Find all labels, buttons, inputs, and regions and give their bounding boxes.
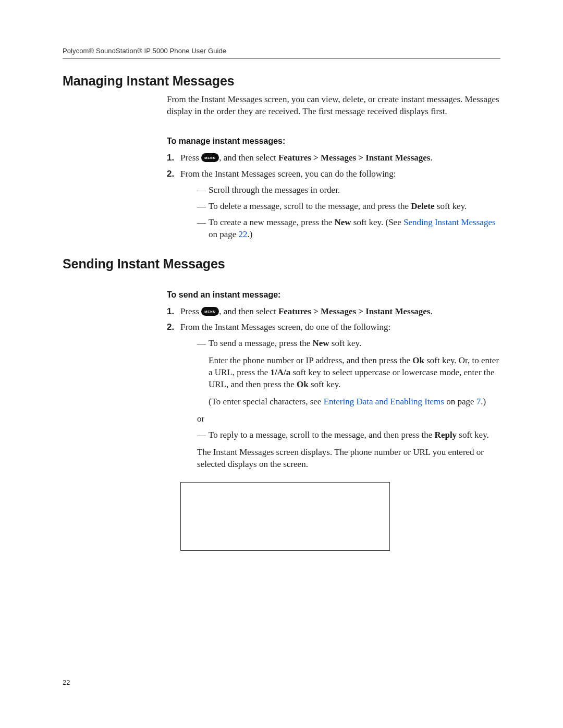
link-sending-instant-messages[interactable]: Sending Instant Messages <box>403 217 496 227</box>
step-2: From the Instant Messages screen, you ca… <box>167 168 500 241</box>
paragraph: The Instant Messages screen displays. Th… <box>180 447 500 471</box>
text: soft key. (See <box>351 217 403 227</box>
text: soft key. <box>329 338 362 348</box>
phone-screen-placeholder <box>180 482 390 551</box>
text: , and then select <box>219 153 278 163</box>
text: .) <box>481 397 486 406</box>
sub-bullets: To send a message, press the New soft ke… <box>180 338 500 408</box>
intro-paragraph: From the Instant Messages screen, you ca… <box>167 94 500 118</box>
section2-body: To send an instant message: Press MENU, … <box>167 290 500 551</box>
text: on page <box>209 229 239 239</box>
text: Press <box>180 306 201 316</box>
menu-key-icon: MENU <box>201 153 219 162</box>
sub-bullets: To reply to a message, scroll to the mes… <box>180 429 500 441</box>
softkey-new: New <box>312 338 329 348</box>
bullet: To delete a message, scroll to the messa… <box>197 201 500 213</box>
step-1: Press MENU, and then select Features > M… <box>167 152 500 164</box>
text: From the Instant Messages screen, you ca… <box>180 169 396 179</box>
section1-body: From the Instant Messages screen, you ca… <box>167 94 500 241</box>
text: soft key. <box>457 430 489 440</box>
steps-send: Press MENU, and then select Features > M… <box>167 306 500 551</box>
text: on page <box>444 397 476 406</box>
heading-sending-instant-messages: Sending Instant Messages <box>63 256 500 272</box>
text: To delete a message, scroll to the messa… <box>209 201 411 211</box>
nav-path: Features > Messages > Instant Messages <box>278 306 431 316</box>
steps-manage: Press MENU, and then select Features > M… <box>167 152 500 241</box>
softkey-1Aa: 1/A/a <box>271 367 291 377</box>
text: To reply to a message, scroll to the mes… <box>209 430 435 440</box>
menu-key-icon: MENU <box>201 307 219 316</box>
paragraph: Enter the phone number or IP address, an… <box>209 355 500 391</box>
subhead-send: To send an instant message: <box>167 290 500 300</box>
header-rule <box>63 58 500 59</box>
softkey-delete: Delete <box>411 201 434 211</box>
paragraph: (To enter special characters, see Enteri… <box>209 396 500 408</box>
text: .) <box>248 229 253 239</box>
link-page-22[interactable]: 22 <box>239 229 248 239</box>
page-number: 22 <box>63 678 70 686</box>
softkey-ok: Ok <box>412 355 424 365</box>
text: Enter the phone number or IP address, an… <box>209 355 412 365</box>
subhead-manage: To manage instant messages: <box>167 137 500 146</box>
link-entering-data[interactable]: Entering Data and Enabling Items <box>324 397 444 406</box>
text: From the Instant Messages screen, do one… <box>180 322 390 332</box>
softkey-ok: Ok <box>297 379 309 389</box>
softkey-new: New <box>334 217 351 227</box>
softkey-reply: Reply <box>435 430 457 440</box>
running-header: Polycom® SoundStation® IP 5000 Phone Use… <box>63 47 500 55</box>
text: (To enter special characters, see <box>209 397 324 406</box>
text: . <box>430 153 432 163</box>
nav-path: Features > Messages > Instant Messages <box>278 153 431 163</box>
bullet: To send a message, press the New soft ke… <box>197 338 500 408</box>
text: To create a new message, press the <box>209 217 334 227</box>
text: soft key. <box>309 379 341 389</box>
sub-bullets: Scroll through the messages in order. To… <box>180 184 500 241</box>
step-2: From the Instant Messages screen, do one… <box>167 322 500 550</box>
heading-managing-instant-messages: Managing Instant Messages <box>63 73 500 89</box>
or-separator: or <box>180 413 500 425</box>
text: Press <box>180 153 201 163</box>
bullet: To reply to a message, scroll to the mes… <box>197 429 500 441</box>
document-page: Polycom® SoundStation® IP 5000 Phone Use… <box>0 0 563 728</box>
bullet: To create a new message, press the New s… <box>197 217 500 241</box>
text: . <box>430 306 432 316</box>
text: soft key. <box>435 201 467 211</box>
text: To send a message, press the <box>209 338 312 348</box>
text: , and then select <box>219 306 278 316</box>
bullet: Scroll through the messages in order. <box>197 184 500 196</box>
step-1: Press MENU, and then select Features > M… <box>167 306 500 318</box>
